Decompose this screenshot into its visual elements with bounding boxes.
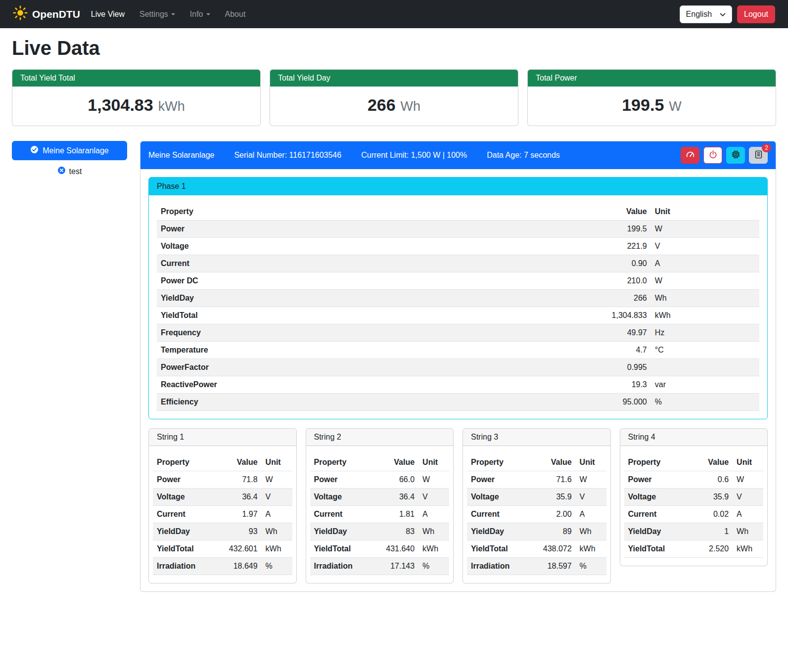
column-header-property: Property — [310, 454, 377, 471]
sidebar-item-test[interactable]: test — [57, 166, 82, 177]
unit-cell: W — [418, 471, 449, 489]
table-row: Voltage221.9V — [157, 238, 759, 255]
value-cell: 199.5 — [560, 221, 651, 238]
table-row: Irradiation18.649% — [153, 558, 292, 575]
unit-cell: kWh — [262, 540, 292, 558]
inverter-panel-body: Phase 1 Property Value Unit Power199.5WV… — [140, 169, 776, 591]
column-header-unit: Unit — [576, 454, 606, 471]
unit-cell: A — [651, 255, 759, 272]
column-header-property: Property — [624, 454, 691, 471]
table-header-row: Property Value Unit — [310, 454, 450, 471]
cpu-icon — [731, 150, 741, 161]
property-cell: YieldTotal — [157, 307, 560, 324]
value-cell: 2.520 — [691, 540, 733, 558]
unit-cell: W — [651, 272, 759, 290]
table-row: PowerFactor0.995 — [157, 359, 759, 376]
card-total-power: Total Power 199.5 W — [527, 69, 776, 126]
column-header-property: Property — [467, 454, 534, 471]
inverter-panel-header: Meine Solaranlage Serial Number: 1161716… — [140, 141, 776, 169]
unit-cell: Wh — [733, 523, 763, 540]
value-cell: 221.9 — [560, 238, 651, 255]
column-header-value: Value — [377, 454, 418, 471]
value-cell: 1.81 — [377, 506, 418, 523]
unit-cell: Wh — [651, 290, 759, 307]
card-unit: kWh — [158, 99, 185, 114]
table-header-row: Property Value Unit — [624, 454, 764, 471]
table-row: ReactivePower19.3var — [157, 376, 759, 394]
string-body: Property Value Unit Power0.6WVoltage35.9… — [620, 446, 768, 566]
value-cell: 18.597 — [534, 558, 575, 575]
table-row: Current2.00A — [467, 506, 606, 523]
inverter-actions: 2 — [681, 147, 768, 164]
table-row: YieldTotal432.601kWh — [153, 540, 292, 558]
logout-button[interactable]: Logout — [737, 5, 775, 23]
card-total-yield-day: Total Yield Day 266 Wh — [270, 69, 518, 126]
event-count-badge: 2 — [762, 143, 771, 152]
table-row: Current0.90A — [157, 255, 759, 272]
sun-logo-icon — [13, 5, 28, 23]
limit-settings-button[interactable] — [681, 147, 699, 164]
unit-cell: V — [418, 489, 449, 506]
power-toggle-button[interactable] — [703, 147, 722, 164]
unit-cell: Wh — [576, 523, 606, 540]
value-cell: 431.640 — [377, 540, 418, 558]
property-cell: Irradiation — [153, 558, 220, 575]
inverter-limit: Current Limit: 1,500 W | 100% — [361, 151, 467, 160]
value-cell: 35.9 — [691, 489, 733, 506]
table-row: Current1.97A — [153, 506, 292, 523]
device-info-button[interactable] — [726, 147, 745, 164]
property-cell: Current — [624, 506, 691, 523]
nav-live-view[interactable]: Live View — [91, 10, 125, 19]
property-cell: Voltage — [624, 489, 691, 506]
table-row: Voltage36.4V — [310, 489, 450, 506]
chevron-down-icon — [720, 10, 726, 19]
value-cell: 1,304.833 — [560, 307, 651, 324]
card-body: 266 Wh — [270, 87, 518, 126]
string-title: String 1 — [149, 429, 296, 446]
sidebar-item-label: Meine Solaranlage — [43, 146, 108, 155]
unit-cell: V — [576, 489, 606, 506]
value-cell: 0.90 — [560, 255, 651, 272]
table-row: Current1.81A — [310, 506, 450, 523]
event-log-button[interactable]: 2 — [749, 147, 768, 164]
table-row: Irradiation17.143% — [310, 558, 450, 575]
nav-about[interactable]: About — [225, 10, 246, 19]
table-row: YieldTotal2.520kWh — [624, 540, 764, 558]
string-table: Property Value Unit Power71.8WVoltage36.… — [153, 454, 292, 575]
unit-cell: V — [733, 489, 763, 506]
table-header-row: Property Value Unit — [153, 454, 292, 471]
phase-table: Property Value Unit Power199.5WVoltage22… — [157, 203, 759, 411]
unit-cell: V — [651, 238, 759, 255]
language-select[interactable]: English — [680, 5, 732, 23]
unit-cell: W — [262, 471, 292, 489]
value-cell: 0.02 — [691, 506, 733, 523]
value-cell: 89 — [534, 523, 575, 540]
unit-cell: A — [576, 506, 606, 523]
table-row: YieldDay93Wh — [153, 523, 292, 540]
inverter-serial: Serial Number: 116171603546 — [234, 151, 341, 160]
navbar-right: English Logout — [680, 5, 775, 23]
table-header-row: Property Value Unit — [157, 203, 759, 221]
table-row: Voltage36.4V — [153, 489, 292, 506]
nav-links: Live View Settings Info About — [91, 10, 246, 19]
table-row: Current0.02A — [624, 506, 764, 523]
string-body: Property Value Unit Power66.0WVoltage36.… — [306, 446, 454, 583]
unit-cell: % — [651, 394, 759, 411]
top-navbar: OpenDTU Live View Settings Info About En… — [0, 0, 788, 28]
card-total-yield-total: Total Yield Total 1,304.83 kWh — [12, 69, 261, 126]
value-cell: 71.6 — [534, 471, 575, 489]
property-cell: Frequency — [157, 324, 560, 342]
brand[interactable]: OpenDTU — [13, 5, 80, 23]
nav-info[interactable]: Info — [190, 10, 210, 19]
unit-cell: Hz — [651, 324, 759, 342]
string-table: Property Value Unit Power0.6WVoltage35.9… — [624, 454, 764, 558]
value-cell: 71.8 — [220, 471, 261, 489]
table-row: Frequency49.97Hz — [157, 324, 759, 342]
nav-settings[interactable]: Settings — [139, 10, 175, 19]
string-table: Property Value Unit Power71.6WVoltage35.… — [467, 454, 606, 575]
card-header: Total Yield Total — [12, 70, 260, 87]
phase-card: Phase 1 Property Value Unit Power199.5WV… — [148, 177, 768, 419]
column-header-value: Value — [560, 203, 651, 221]
sidebar-item-meine-solaranlage[interactable]: Meine Solaranlage — [12, 141, 127, 160]
unit-cell: kWh — [576, 540, 606, 558]
